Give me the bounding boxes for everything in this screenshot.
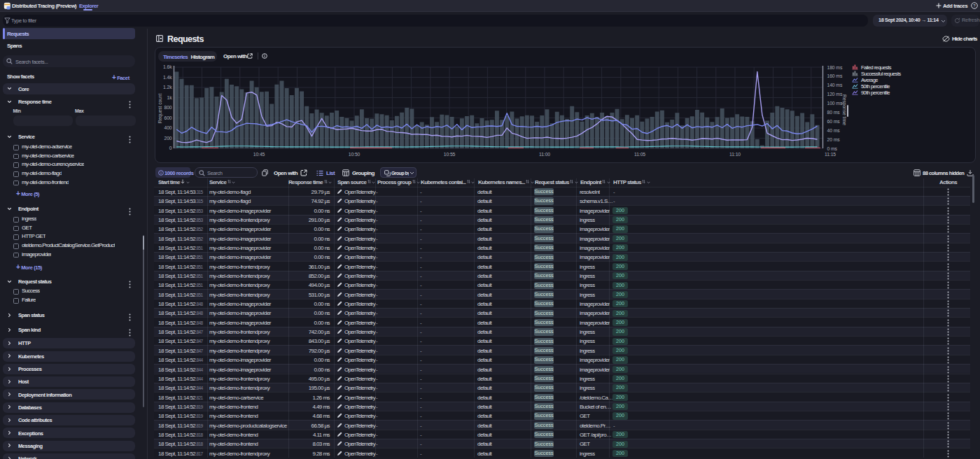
svg-text:40 ms: 40 ms: [827, 128, 841, 133]
svg-text:600: 600: [164, 115, 172, 120]
svg-text:10:55: 10:55: [444, 152, 456, 157]
svg-text:0 ms: 0 ms: [827, 146, 838, 151]
svg-text:0: 0: [169, 146, 172, 150]
svg-text:50th percentile: 50th percentile: [861, 83, 890, 90]
svg-text:11:00: 11:00: [539, 152, 550, 157]
svg-text:11:10: 11:10: [729, 152, 741, 157]
svg-text:200: 200: [164, 136, 172, 141]
svg-text:1k: 1k: [167, 95, 173, 100]
svg-text:120 ms: 120 ms: [827, 92, 843, 97]
svg-text:Successful requests: Successful requests: [861, 71, 901, 77]
svg-text:1.6k: 1.6k: [163, 64, 172, 69]
svg-text:160 ms: 160 ms: [827, 73, 843, 78]
svg-text:Failed requests: Failed requests: [861, 64, 892, 71]
svg-text:11:15: 11:15: [825, 152, 836, 157]
svg-text:180 ms: 180 ms: [827, 65, 843, 70]
svg-text:80 ms: 80 ms: [827, 110, 841, 115]
svg-text:10:45: 10:45: [253, 152, 265, 157]
svg-text:60 ms: 60 ms: [827, 119, 841, 124]
svg-text:100 ms: 100 ms: [827, 101, 843, 106]
svg-text:140 ms: 140 ms: [827, 83, 843, 87]
svg-text:1.2k: 1.2k: [163, 85, 172, 90]
svg-text:90th percentile: 90th percentile: [861, 90, 890, 96]
svg-text:400: 400: [164, 125, 172, 130]
svg-text:1.4k: 1.4k: [163, 75, 172, 80]
svg-text:800: 800: [164, 105, 172, 110]
svg-text:20 ms: 20 ms: [827, 137, 841, 142]
svg-text:Request count: Request count: [158, 94, 163, 124]
svg-text:11:05: 11:05: [634, 152, 645, 157]
svg-text:Response time: Response time: [841, 94, 847, 125]
svg-text:?: ?: [973, 3, 976, 8]
svg-text:10:50: 10:50: [349, 152, 360, 157]
svg-text:Average: Average: [861, 77, 878, 83]
